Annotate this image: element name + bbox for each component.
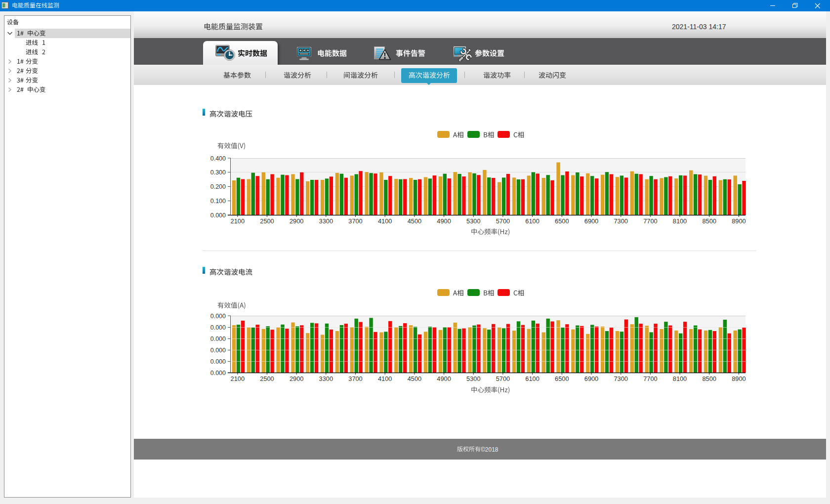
svg-text:5300: 5300 <box>466 217 480 225</box>
svg-text:0.000: 0.000 <box>210 212 226 219</box>
svg-text:5700: 5700 <box>496 375 510 382</box>
svg-text:8900: 8900 <box>732 375 746 382</box>
svg-text:7700: 7700 <box>643 217 657 225</box>
svg-text:3700: 3700 <box>348 217 362 225</box>
svg-text:4900: 4900 <box>437 217 451 225</box>
svg-text:0.000: 0.000 <box>210 336 226 342</box>
svg-text:3300: 3300 <box>319 217 333 225</box>
svg-text:0.000: 0.000 <box>210 324 226 331</box>
svg-text:6900: 6900 <box>584 375 598 382</box>
svg-text:4500: 4500 <box>408 375 421 382</box>
svg-text:6500: 6500 <box>555 217 569 225</box>
svg-text:4500: 4500 <box>408 217 421 225</box>
svg-text:8900: 8900 <box>732 217 746 225</box>
svg-text:4900: 4900 <box>437 375 451 382</box>
svg-text:8100: 8100 <box>673 217 687 225</box>
svg-text:0.000: 0.000 <box>210 313 226 320</box>
svg-text:0.100: 0.100 <box>210 198 226 205</box>
svg-text:4100: 4100 <box>378 217 392 225</box>
svg-text:2500: 2500 <box>260 217 274 225</box>
svg-text:2900: 2900 <box>290 217 303 225</box>
svg-text:6900: 6900 <box>584 217 598 225</box>
svg-text:6100: 6100 <box>525 375 539 382</box>
svg-text:7300: 7300 <box>614 375 627 382</box>
svg-text:2100: 2100 <box>231 375 245 382</box>
svg-text:2900: 2900 <box>290 375 303 382</box>
svg-text:8500: 8500 <box>702 375 716 382</box>
svg-text:8500: 8500 <box>702 217 716 225</box>
svg-text:3700: 3700 <box>348 375 362 382</box>
svg-text:0.300: 0.300 <box>210 169 226 176</box>
svg-text:0.000: 0.000 <box>210 358 226 365</box>
svg-text:2500: 2500 <box>260 375 274 382</box>
svg-text:0.400: 0.400 <box>210 155 226 162</box>
svg-text:7700: 7700 <box>643 375 657 382</box>
svg-text:7300: 7300 <box>614 217 627 225</box>
svg-text:8100: 8100 <box>673 375 687 382</box>
svg-text:2100: 2100 <box>231 217 245 225</box>
svg-text:5300: 5300 <box>466 375 480 382</box>
svg-text:6500: 6500 <box>555 375 569 382</box>
svg-text:6100: 6100 <box>525 217 539 225</box>
svg-text:0.000: 0.000 <box>210 370 226 377</box>
svg-text:5700: 5700 <box>496 217 510 225</box>
svg-text:0.200: 0.200 <box>210 183 226 190</box>
svg-text:4100: 4100 <box>378 375 392 382</box>
svg-text:0.000: 0.000 <box>210 347 226 354</box>
svg-text:3300: 3300 <box>319 375 333 382</box>
